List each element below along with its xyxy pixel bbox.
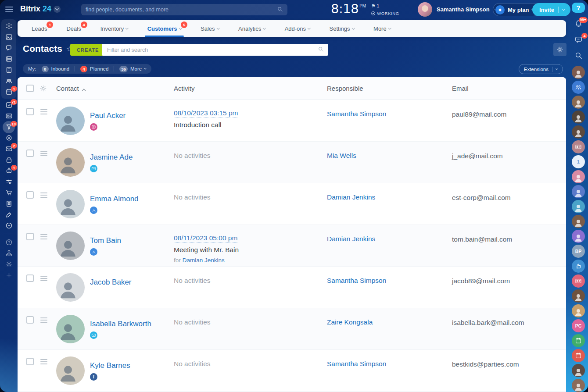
sidebar-item-company[interactable]	[1, 198, 16, 209]
sidebar-item-e-signature[interactable]	[1, 209, 16, 220]
events-red[interactable]	[572, 349, 585, 362]
chat-user-7[interactable]	[572, 200, 585, 213]
chat-user-11[interactable]	[572, 304, 585, 317]
invite-button[interactable]: Invite	[532, 3, 570, 16]
contact-avatar[interactable]	[56, 148, 85, 177]
counter-chip-inbound[interactable]: 0Inbound	[42, 66, 70, 72]
extensions-button[interactable]: Extensions	[519, 64, 563, 74]
sidebar-item-store[interactable]	[1, 187, 16, 198]
contact-name-link[interactable]: Tom Bain	[90, 236, 121, 245]
work-status[interactable]: WORKING	[371, 11, 399, 16]
sidebar-item-drive[interactable]	[1, 53, 16, 64]
sidebar-item-marketing[interactable]	[1, 132, 16, 143]
sidebar-item-feed[interactable]	[1, 21, 16, 32]
column-header-contact[interactable]: Contact	[56, 85, 85, 92]
sidebar-item-employees[interactable]	[1, 75, 16, 86]
grid-settings-button[interactable]	[553, 43, 566, 56]
global-search-input[interactable]: find people, documents, and more	[81, 4, 287, 15]
notifications-bell-icon[interactable]: 99+	[572, 19, 585, 29]
likes-channel[interactable]	[572, 260, 585, 273]
nav-item-inventory[interactable]: Inventory	[98, 20, 131, 37]
contact-avatar[interactable]	[56, 315, 85, 343]
filter-search-box[interactable]	[102, 44, 328, 56]
drag-handle-icon[interactable]	[40, 317, 47, 323]
row-checkbox[interactable]	[26, 358, 34, 365]
chat-user-12[interactable]	[572, 364, 585, 377]
chat-user-2[interactable]	[572, 96, 585, 109]
counter-chip-planned[interactable]: 4Planned	[80, 66, 108, 72]
sidebar-item-automation[interactable]	[1, 176, 16, 187]
filter-search-input[interactable]	[106, 46, 318, 53]
sidebar-item-calendar[interactable]: 1	[1, 86, 16, 97]
drag-handle-icon[interactable]	[40, 234, 47, 239]
chat-user-4[interactable]	[572, 125, 585, 139]
chat-bp[interactable]: BP	[572, 245, 585, 258]
chat-user-9[interactable]	[572, 230, 585, 243]
sidebar-item-structure[interactable]	[1, 248, 16, 259]
user-menu[interactable]: Samantha Simpson	[418, 2, 496, 17]
sidebar-item-crm[interactable]: 10	[1, 121, 16, 132]
responsible-link[interactable]: Damian Jenkins	[327, 193, 375, 201]
contact-avatar[interactable]	[56, 273, 85, 302]
messenger-search-icon[interactable]	[572, 51, 585, 61]
column-header-activity[interactable]: Activity	[174, 85, 195, 92]
copilot-chat-icon[interactable]: 4	[572, 35, 585, 45]
drag-handle-icon[interactable]	[40, 192, 47, 198]
nav-item-add-ons[interactable]: Add-ons	[282, 20, 313, 37]
row-checkbox[interactable]	[26, 150, 34, 157]
column-settings-gear-icon[interactable]	[39, 85, 47, 94]
contact-avatar[interactable]	[56, 107, 85, 135]
row-checkbox[interactable]	[26, 274, 34, 282]
row-checkbox[interactable]	[26, 233, 34, 240]
drag-handle-icon[interactable]	[40, 359, 47, 364]
sidebar-item-documents[interactable]	[1, 64, 16, 75]
sidebar-item-copilot[interactable]: 1	[1, 165, 16, 176]
help-button[interactable]: ?	[572, 3, 585, 13]
chat-pc[interactable]: PC	[572, 319, 585, 332]
bitrix24-logo[interactable]: Bitrix24	[20, 4, 61, 14]
menu-hamburger-icon[interactable]	[5, 7, 13, 12]
column-header-email[interactable]: Email	[452, 85, 469, 92]
nav-item-customers[interactable]: Customers5	[145, 20, 184, 37]
clock-widget[interactable]: 8:18 PM ⚑1 WORKING	[331, 1, 399, 16]
chat-user-6[interactable]	[572, 185, 585, 198]
contacts-channel[interactable]	[572, 140, 585, 153]
sidebar-item-help[interactable]	[1, 237, 16, 248]
drag-handle-icon[interactable]	[40, 151, 47, 156]
logo-chevron-down-icon[interactable]	[54, 6, 61, 13]
contact-avatar[interactable]	[56, 232, 85, 260]
nav-item-deals[interactable]: Deals4	[64, 20, 83, 37]
chat-user-3[interactable]	[572, 110, 585, 124]
events-green[interactable]	[572, 334, 585, 347]
counter-chip-more[interactable]: 36More	[119, 66, 146, 72]
row-checkbox[interactable]	[26, 108, 34, 115]
contact-name-link[interactable]: Emma Almond	[90, 195, 139, 203]
create-button[interactable]: CREATE	[70, 44, 105, 56]
contact-name-link[interactable]: Kyle Barnes	[90, 361, 130, 370]
chat-user-13[interactable]	[572, 379, 585, 392]
contact-name-link[interactable]: Jasmine Ade	[90, 153, 133, 162]
sidebar-item-mail[interactable]: 2	[1, 143, 16, 154]
activity-for-link[interactable]: Damian Jenkins	[183, 257, 225, 264]
contact-name-link[interactable]: Isabella Barkworth	[90, 320, 151, 328]
responsible-link[interactable]: Damian Jenkins	[327, 235, 375, 243]
chat-user-10[interactable]	[572, 289, 585, 303]
row-checkbox[interactable]	[26, 191, 34, 199]
sidebar-item-contact-center[interactable]	[1, 110, 16, 121]
row-checkbox[interactable]	[26, 316, 34, 324]
chat-user-5[interactable]	[572, 170, 585, 183]
nav-item-leads[interactable]: Leads1	[29, 20, 50, 37]
responsible-link[interactable]: Samantha Simpson	[327, 360, 386, 368]
contact-avatar[interactable]	[56, 190, 85, 218]
user-avatar[interactable]	[418, 2, 432, 17]
nav-item-sales[interactable]: Sales	[198, 20, 222, 37]
nav-item-more[interactable]: More	[371, 20, 393, 37]
sidebar-item-settings[interactable]	[1, 259, 16, 270]
contact-avatar[interactable]	[56, 356, 85, 385]
responsible-link[interactable]: Samantha Simpson	[327, 277, 386, 285]
sidebar-item-messenger[interactable]	[1, 43, 16, 53]
responsible-link[interactable]: Samantha Simpson	[327, 110, 386, 118]
contact-name-link[interactable]: Paul Acker	[90, 111, 125, 120]
column-header-responsible[interactable]: Responsible	[327, 85, 363, 92]
hr-channel[interactable]	[572, 274, 585, 288]
